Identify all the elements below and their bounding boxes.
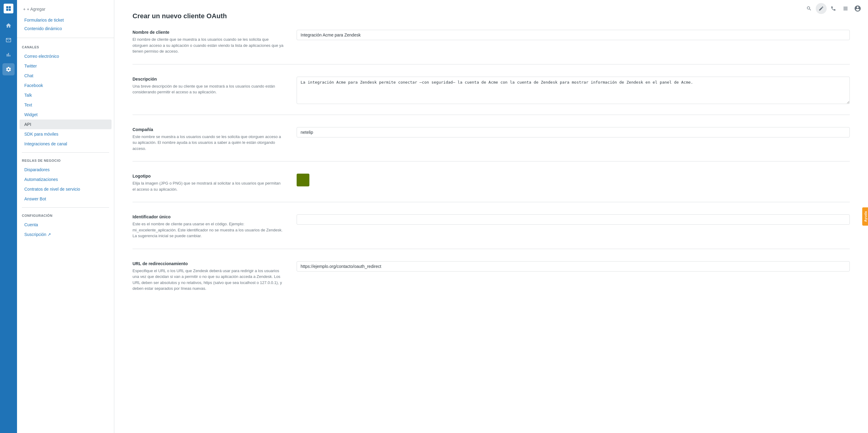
configuration-section: CONFIGURACIÓN Cuenta Suscripción ↗: [17, 211, 114, 239]
sidebar-item-twitter[interactable]: Twitter: [20, 61, 112, 71]
logo: [4, 4, 13, 13]
unique-id-description: Este es el nombre de cliente para usarse…: [132, 221, 284, 239]
sidebar: + + Agregar Formularios de ticket Conten…: [17, 0, 114, 433]
sidebar-item-facebook[interactable]: Facebook: [20, 81, 112, 90]
home-nav-icon[interactable]: [2, 20, 14, 32]
apps-button[interactable]: [840, 3, 851, 14]
client-name-section: Nombre de cliente El nombre de cliente q…: [132, 30, 850, 64]
help-tab[interactable]: Ayuda: [862, 207, 868, 226]
add-button[interactable]: + + Agregar: [20, 5, 49, 13]
configuration-label: CONFIGURACIÓN: [17, 211, 114, 220]
redirect-url-section: URL de redireccionamiento Especifique el…: [132, 261, 850, 301]
redirect-url-description: Especifique el URL o los URL que Zendesk…: [132, 268, 284, 292]
sidebar-item-answerbot[interactable]: Answer Bot: [20, 194, 112, 204]
logo-preview[interactable]: [297, 174, 309, 186]
company-input[interactable]: [297, 127, 850, 138]
sidebar-item-chat[interactable]: Chat: [20, 71, 112, 81]
sidebar-item-sdk[interactable]: SDK para móviles: [20, 129, 112, 139]
unique-id-input[interactable]: [297, 214, 850, 225]
client-name-description: El nombre de cliente que se muestra a lo…: [132, 36, 284, 54]
main-content: Crear un nuevo cliente OAuth Nombre de c…: [114, 0, 868, 433]
unique-id-label: Identificador único: [132, 214, 284, 219]
reports-nav-icon[interactable]: [2, 49, 14, 61]
unique-id-section: Identificador único Este es el nombre de…: [132, 214, 850, 249]
logo-description: Elija la imagen (JPG o PNG) que se mostr…: [132, 180, 284, 192]
client-name-label: Nombre de cliente: [132, 30, 284, 35]
logo-label: Logotipo: [132, 174, 284, 178]
channels-label: CANALES: [17, 43, 114, 51]
description-label: Descripción: [132, 77, 284, 82]
sidebar-item-triggers[interactable]: Disparadores: [20, 165, 112, 175]
business-rules-section: REGLAS DE NEGOCIO Disparadores Automatiz…: [17, 156, 114, 204]
client-name-input[interactable]: [297, 30, 850, 40]
logo-section: Logotipo Elija la imagen (JPG o PNG) que…: [132, 174, 850, 202]
ticket-forms-link[interactable]: Formularios de ticket: [22, 16, 109, 24]
sidebar-item-sla[interactable]: Contratos de nivel de servicio: [20, 184, 112, 194]
company-label: Compañía: [132, 127, 284, 132]
settings-nav-icon[interactable]: [2, 63, 14, 76]
tickets-nav-icon[interactable]: [2, 34, 14, 46]
icon-bar: [0, 0, 17, 433]
channels-section: CANALES Correo electrónico Twitter Chat …: [17, 43, 114, 149]
sidebar-item-api[interactable]: API: [20, 119, 112, 129]
description-field-description: Una breve descripción de su cliente que …: [132, 83, 284, 95]
compose-button[interactable]: [816, 3, 827, 14]
company-description: Este nombre se muestra a los usuarios cu…: [132, 134, 284, 152]
page-title: Crear un nuevo cliente OAuth: [132, 12, 850, 20]
redirect-url-input[interactable]: [297, 261, 850, 271]
sidebar-item-channel-integrations[interactable]: Integraciones de canal: [20, 139, 112, 149]
sidebar-item-account[interactable]: Cuenta: [20, 220, 112, 230]
sidebar-top-links: Formularios de ticket Contenido dinámico: [17, 16, 114, 38]
sidebar-item-text[interactable]: Text: [20, 100, 112, 110]
description-section: Descripción Una breve descripción de su …: [132, 77, 850, 115]
sidebar-item-subscription[interactable]: Suscripción ↗: [20, 230, 112, 239]
business-rules-label: REGLAS DE NEGOCIO: [17, 156, 114, 165]
plus-icon: +: [23, 7, 26, 11]
dynamic-content-link[interactable]: Contenido dinámico: [22, 24, 109, 33]
profile-button[interactable]: [852, 3, 863, 14]
sidebar-item-widget[interactable]: Widget: [20, 110, 112, 119]
description-textarea[interactable]: La integración Acme para Zendesk permite…: [297, 77, 850, 104]
sidebar-item-email[interactable]: Correo electrónico: [20, 51, 112, 61]
phone-button[interactable]: [828, 3, 839, 14]
redirect-url-label: URL de redireccionamiento: [132, 261, 284, 266]
company-section: Compañía Este nombre se muestra a los us…: [132, 127, 850, 162]
sidebar-item-automations[interactable]: Automatizaciones: [20, 175, 112, 184]
search-button[interactable]: [804, 3, 814, 14]
sidebar-item-talk[interactable]: Talk: [20, 90, 112, 100]
add-label: + Agregar: [27, 7, 45, 11]
